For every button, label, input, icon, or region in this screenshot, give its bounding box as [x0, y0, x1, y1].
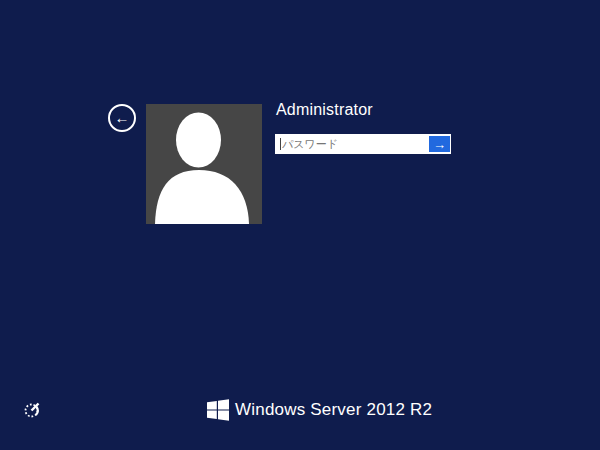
text-caret: [280, 138, 281, 150]
windows-logo-icon: [207, 399, 229, 421]
submit-arrow-icon: →: [433, 138, 446, 151]
password-field-container: →: [275, 134, 451, 154]
back-arrow-icon: ←: [115, 110, 130, 125]
ease-of-access-icon: [24, 401, 41, 418]
user-silhouette-icon: [146, 104, 262, 224]
back-button[interactable]: ←: [108, 104, 136, 132]
footer-brand: Windows Server 2012 R2: [207, 398, 432, 422]
ease-of-access-button[interactable]: [22, 399, 42, 419]
username-label: Administrator: [276, 101, 373, 119]
submit-button[interactable]: →: [429, 136, 450, 152]
brand-text: Windows Server 2012 R2: [235, 400, 432, 420]
password-input[interactable]: [275, 134, 451, 154]
user-avatar: [146, 104, 262, 224]
login-screen: ← Administrator → Windows Server 2012 R2: [0, 0, 600, 450]
